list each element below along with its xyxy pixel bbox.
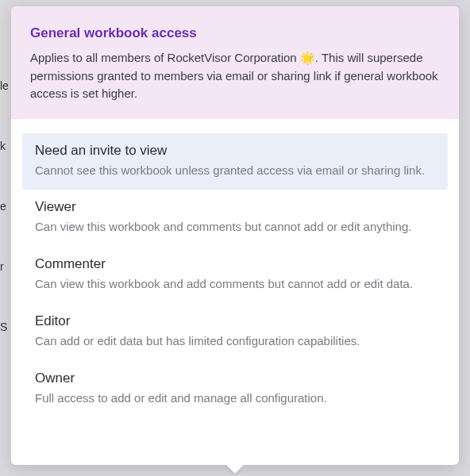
popover-arrow-icon [226, 465, 244, 474]
option-title: Owner [35, 370, 435, 386]
option-commenter[interactable]: Commenter Can view this workbook and add… [22, 247, 448, 304]
option-title: Viewer [35, 199, 435, 215]
option-desc: Can view this workbook and add comments … [35, 275, 435, 293]
modal-header: General workbook access Applies to all m… [11, 6, 459, 119]
option-title: Commenter [35, 256, 435, 272]
access-modal: General workbook access Applies to all m… [11, 6, 459, 465]
option-owner[interactable]: Owner Full access to add or edit and man… [22, 361, 448, 418]
option-viewer[interactable]: Viewer Can view this workbook and commen… [22, 190, 448, 247]
option-desc: Can add or edit data but has limited con… [35, 332, 435, 350]
option-desc: Full access to add or edit and manage al… [35, 390, 435, 407]
option-title: Editor [35, 313, 435, 329]
modal-title: General workbook access [30, 25, 440, 41]
options-list: Need an invite to view Cannot see this w… [11, 119, 459, 466]
background-partial-text: le k e r S [0, 0, 8, 476]
option-title: Need an invite to view [35, 143, 435, 159]
modal-subtitle: Applies to all members of RocketVisor Co… [30, 49, 440, 103]
option-need-invite[interactable]: Need an invite to view Cannot see this w… [22, 133, 448, 190]
option-editor[interactable]: Editor Can add or edit data but has limi… [22, 304, 448, 361]
option-desc: Can view this workbook and comments but … [35, 218, 435, 236]
option-desc: Cannot see this workbook unless granted … [35, 162, 435, 179]
